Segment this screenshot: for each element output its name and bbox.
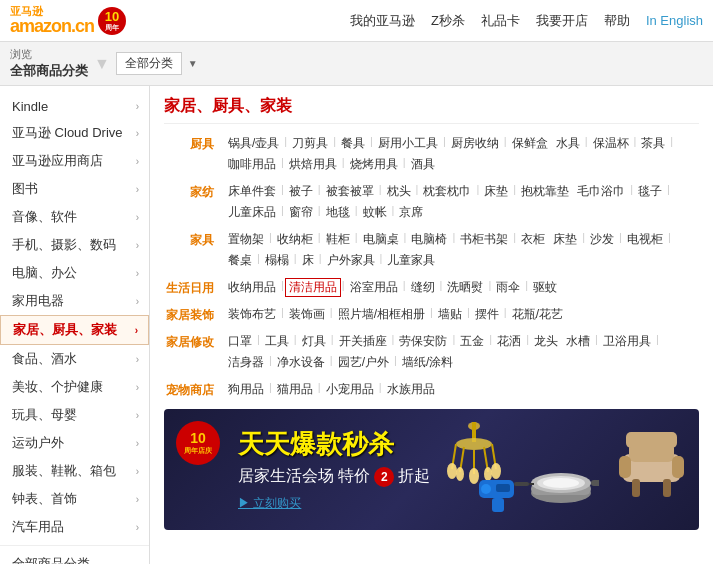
sidebar-item-computer[interactable]: 电脑、办公› bbox=[0, 259, 149, 287]
link-repellent[interactable]: 驱蚊 bbox=[529, 278, 561, 297]
link-water[interactable]: 水具 bbox=[552, 134, 584, 153]
link-aquarium[interactable]: 水族用品 bbox=[383, 380, 439, 399]
link-fabric-art[interactable]: 装饰布艺 bbox=[224, 305, 280, 324]
link-water-filter[interactable]: 净水设备 bbox=[273, 353, 329, 372]
sidebar-item-watches[interactable]: 钟表、首饰› bbox=[0, 485, 149, 513]
link-safety[interactable]: 劳保安防 bbox=[395, 332, 451, 351]
link-thermos[interactable]: 保温杯 bbox=[589, 134, 633, 153]
link-shelf[interactable]: 置物架 bbox=[224, 230, 268, 249]
link-tools[interactable]: 厨用小工具 bbox=[374, 134, 442, 153]
link-bake[interactable]: 烘焙用具 bbox=[285, 155, 341, 174]
nav-gift-card[interactable]: 礼品卡 bbox=[481, 12, 520, 30]
sidebar-item-all[interactable]: 全部商品分类 bbox=[0, 550, 149, 564]
link-tea[interactable]: 茶具 bbox=[637, 134, 669, 153]
link-outdoor-furniture[interactable]: 户外家具 bbox=[323, 251, 379, 270]
category-dropdown[interactable]: 全部分类 bbox=[116, 52, 182, 75]
section-pets: 宠物商店 狗用品| 猫用品| 小宠用品| 水族用品 bbox=[164, 380, 699, 399]
link-lighting[interactable]: 灯具 bbox=[298, 332, 330, 351]
sidebar-item-auto[interactable]: 汽车用品› bbox=[0, 513, 149, 541]
link-cats[interactable]: 猫用品 bbox=[273, 380, 317, 399]
svg-rect-22 bbox=[492, 498, 504, 512]
link-faucet[interactable]: 龙头 bbox=[530, 332, 562, 351]
link-bathroom[interactable]: 浴室用品 bbox=[346, 278, 402, 297]
link-chair[interactable]: 电脑椅 bbox=[407, 230, 451, 249]
sidebar-item-clothing[interactable]: 服装、鞋靴、箱包› bbox=[0, 457, 149, 485]
nav-help[interactable]: 帮助 bbox=[604, 12, 630, 30]
link-table[interactable]: 餐桌 bbox=[224, 251, 256, 270]
sidebar-item-food[interactable]: 食品、酒水› bbox=[0, 345, 149, 373]
link-garden[interactable]: 园艺/户外 bbox=[334, 353, 393, 372]
link-bath-items[interactable]: 卫浴用具 bbox=[599, 332, 655, 351]
link-cabinet[interactable]: 收纳柜 bbox=[273, 230, 317, 249]
link-mosquito-net[interactable]: 蚊帐 bbox=[359, 203, 391, 222]
link-mattress[interactable]: 床垫 bbox=[480, 182, 512, 201]
nav-flash-sale[interactable]: Z秒杀 bbox=[431, 12, 465, 30]
link-cookware[interactable]: 锅具/壶具 bbox=[224, 134, 283, 153]
link-hardware[interactable]: 五金 bbox=[456, 332, 488, 351]
link-bookcase[interactable]: 书柜书架 bbox=[456, 230, 512, 249]
link-pillowcase[interactable]: 枕套枕巾 bbox=[419, 182, 475, 201]
link-wardrobe[interactable]: 衣柜 bbox=[517, 230, 549, 249]
sidebar-item-sports[interactable]: 运动户外› bbox=[0, 429, 149, 457]
link-storage[interactable]: 厨房收纳 bbox=[447, 134, 503, 153]
link-vase[interactable]: 花瓶/花艺 bbox=[508, 305, 567, 324]
link-kids-furniture[interactable]: 儿童家具 bbox=[383, 251, 439, 270]
link-cushion[interactable]: 抱枕靠垫 bbox=[517, 182, 573, 201]
link-blanket[interactable]: 毯子 bbox=[634, 182, 666, 201]
link-small-pets[interactable]: 小宠用品 bbox=[322, 380, 378, 399]
link-painting[interactable]: 装饰画 bbox=[285, 305, 329, 324]
link-tv-cabinet[interactable]: 电视柜 bbox=[623, 230, 667, 249]
link-cleaning[interactable]: 清洁用品 bbox=[285, 278, 341, 297]
banner-cta[interactable]: ▶ 立刻购买 bbox=[238, 496, 301, 510]
sidebar-item-media[interactable]: 音像、软件› bbox=[0, 203, 149, 231]
link-sewing[interactable]: 缝纫 bbox=[407, 278, 439, 297]
nav-english[interactable]: In English bbox=[646, 13, 703, 28]
link-quilt[interactable]: 被子 bbox=[285, 182, 317, 201]
link-umbrella[interactable]: 雨伞 bbox=[492, 278, 524, 297]
link-carpet[interactable]: 地毯 bbox=[322, 203, 354, 222]
link-bbq[interactable]: 烧烤用具 bbox=[346, 155, 402, 174]
sidebar-item-mobile[interactable]: 手机、摄影、数码› bbox=[0, 231, 149, 259]
link-curtain[interactable]: 窗帘 bbox=[285, 203, 317, 222]
sidebar-item-appliances[interactable]: 家用电器› bbox=[0, 287, 149, 315]
link-kids-bedding[interactable]: 儿童床品 bbox=[224, 203, 280, 222]
link-tatami[interactable]: 榻榻 bbox=[261, 251, 293, 270]
link-coffee[interactable]: 咖啡用品 bbox=[224, 155, 280, 174]
sidebar-item-home-kitchen[interactable]: 家居、厨具、家装› bbox=[0, 315, 149, 345]
link-mattress2[interactable]: 床垫 bbox=[549, 230, 581, 249]
link-figurine[interactable]: 摆件 bbox=[471, 305, 503, 324]
link-tools-r[interactable]: 工具 bbox=[261, 332, 293, 351]
link-duvet[interactable]: 被套被罩 bbox=[322, 182, 378, 201]
link-switch[interactable]: 开关插座 bbox=[335, 332, 391, 351]
link-sink[interactable]: 水槽 bbox=[562, 332, 594, 351]
link-laundry[interactable]: 洗晒熨 bbox=[443, 278, 487, 297]
link-freshbox[interactable]: 保鲜盒 bbox=[508, 134, 552, 153]
link-shoe-cabinet[interactable]: 鞋柜 bbox=[322, 230, 354, 249]
nav-my-amazon[interactable]: 我的亚马逊 bbox=[350, 12, 415, 30]
link-storage-daily[interactable]: 收纳用品 bbox=[224, 278, 280, 297]
sidebar-item-beauty[interactable]: 美妆、个护健康› bbox=[0, 373, 149, 401]
link-wallpaper[interactable]: 墙纸/涂料 bbox=[398, 353, 457, 372]
link-towel[interactable]: 毛巾浴巾 bbox=[573, 182, 629, 201]
link-shower[interactable]: 花洒 bbox=[493, 332, 525, 351]
sidebar-item-cloud-drive[interactable]: 亚马逊 Cloud Drive› bbox=[0, 119, 149, 147]
nav-open-store[interactable]: 我要开店 bbox=[536, 12, 588, 30]
link-wall-sticker[interactable]: 墙贴 bbox=[434, 305, 466, 324]
link-mat[interactable]: 京席 bbox=[395, 203, 427, 222]
link-sofa[interactable]: 沙发 bbox=[586, 230, 618, 249]
link-bedset[interactable]: 床单件套 bbox=[224, 182, 280, 201]
sidebar-item-app-store[interactable]: 亚马逊应用商店› bbox=[0, 147, 149, 175]
link-knives[interactable]: 刀剪具 bbox=[288, 134, 332, 153]
link-photo-wall[interactable]: 照片墙/相框相册 bbox=[334, 305, 429, 324]
link-mask[interactable]: 口罩 bbox=[224, 332, 256, 351]
link-pillow[interactable]: 枕头 bbox=[383, 182, 415, 201]
link-bed[interactable]: 床 bbox=[298, 251, 318, 270]
link-dogs[interactable]: 狗用品 bbox=[224, 380, 268, 399]
sidebar-item-toys[interactable]: 玩具、母婴› bbox=[0, 401, 149, 429]
sidebar-item-kindle[interactable]: Kindle› bbox=[0, 94, 149, 119]
link-tableware[interactable]: 餐具 bbox=[337, 134, 369, 153]
link-wine[interactable]: 酒具 bbox=[407, 155, 439, 174]
link-toilet[interactable]: 洁身器 bbox=[224, 353, 268, 372]
sidebar-item-books[interactable]: 图书› bbox=[0, 175, 149, 203]
link-desk[interactable]: 电脑桌 bbox=[359, 230, 403, 249]
